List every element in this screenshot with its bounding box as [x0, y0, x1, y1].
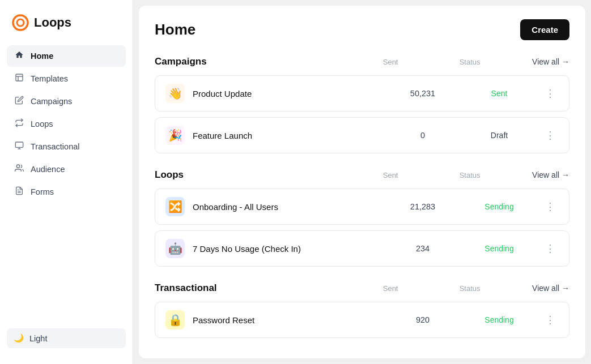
moon-icon: 🌙	[14, 333, 24, 343]
table-row: 👋 Product Update 50,231 Sent ⋮	[155, 75, 569, 112]
sidebar-item-label: Templates	[31, 74, 68, 83]
row-sent: 21,283	[400, 202, 445, 211]
row-sent: 50,231	[400, 89, 445, 98]
forms-icon	[14, 186, 25, 198]
loops-section: Loops Sent Status View all → 🔀 Onboardin…	[155, 169, 569, 267]
nav-list: Home Templates Campaigns Loops	[0, 43, 133, 322]
main-header: Home Create	[155, 19, 569, 40]
row-name: Product Update	[193, 89, 400, 99]
row-icon: 🔒	[165, 310, 185, 329]
transactional-view-all[interactable]: View all →	[532, 284, 569, 293]
table-row: 🔀 Onboarding - All Users 21,283 Sending …	[155, 189, 569, 225]
row-status: Sent	[479, 89, 519, 98]
sidebar-item-home[interactable]: Home	[7, 45, 126, 67]
sidebar-item-label: Loops	[31, 119, 53, 129]
row-icon: 🤖	[165, 239, 185, 258]
loops-title: Loops	[155, 169, 184, 181]
loops-logo-icon	[11, 14, 29, 32]
audience-icon	[14, 164, 25, 175]
sidebar-item-label: Transactional	[31, 142, 80, 151]
row-more-menu[interactable]: ⋮	[542, 86, 559, 101]
templates-icon	[14, 73, 25, 84]
logo-text: Loops	[34, 15, 71, 30]
transactional-icon	[14, 141, 25, 152]
sidebar-item-audience[interactable]: Audience	[7, 159, 126, 180]
loops-section-header: Loops Sent Status View all →	[155, 169, 569, 181]
sidebar-item-label: Audience	[31, 165, 65, 174]
campaigns-sent-col: Sent	[373, 58, 407, 66]
campaigns-icon	[14, 96, 25, 107]
svg-rect-5	[15, 142, 23, 147]
sidebar-item-templates[interactable]: Templates	[7, 68, 126, 89]
transactional-section-header: Transactional Sent Status View all →	[155, 282, 569, 294]
campaigns-title: Campaigns	[155, 56, 207, 67]
svg-point-8	[16, 165, 19, 168]
main-content: Home Create Campaigns Sent Status View a…	[139, 6, 585, 358]
campaigns-section-header: Campaigns Sent Status View all →	[155, 56, 569, 67]
sidebar-bottom: 🌙 Light	[0, 322, 133, 355]
row-name: Feature Launch	[193, 131, 400, 140]
row-sent: 920	[400, 315, 445, 324]
svg-point-1	[17, 19, 24, 26]
sidebar-item-loops[interactable]: Loops	[7, 113, 126, 135]
transactional-section: Transactional Sent Status View all → 🔒 P…	[155, 282, 569, 338]
sidebar-item-campaigns[interactable]: Campaigns	[7, 91, 126, 112]
loops-status-col: Status	[453, 171, 487, 179]
row-icon: 🔀	[165, 197, 185, 216]
sidebar: Loops Home Templates Campaigns	[0, 0, 133, 364]
row-icon: 👋	[165, 84, 185, 103]
row-icon: 🎉	[165, 126, 185, 145]
row-sent: 234	[400, 244, 445, 253]
table-row: 🔒 Password Reset 920 Sending ⋮	[155, 302, 569, 338]
light-label: Light	[29, 334, 47, 343]
row-status: Sending	[479, 315, 519, 324]
sidebar-item-label: Campaigns	[31, 97, 72, 106]
table-row: 🎉 Feature Launch 0 Draft ⋮	[155, 117, 569, 153]
create-button[interactable]: Create	[520, 19, 569, 40]
transactional-status-col: Status	[453, 284, 487, 293]
row-more-menu[interactable]: ⋮	[542, 128, 559, 143]
loops-nav-icon	[14, 118, 25, 130]
transactional-title: Transactional	[155, 282, 217, 294]
row-sent: 0	[400, 131, 445, 140]
campaigns-section: Campaigns Sent Status View all → 👋 Produ…	[155, 56, 569, 153]
loops-view-all[interactable]: View all →	[532, 170, 569, 179]
svg-rect-2	[16, 74, 23, 81]
campaigns-status-col: Status	[453, 58, 487, 66]
page-title: Home	[155, 21, 195, 38]
svg-point-0	[13, 15, 28, 30]
row-more-menu[interactable]: ⋮	[542, 241, 559, 256]
row-status: Draft	[479, 131, 519, 140]
table-row: 🤖 7 Days No Usage (Check In) 234 Sending…	[155, 230, 569, 267]
row-status: Sending	[479, 244, 519, 253]
row-more-menu[interactable]: ⋮	[542, 199, 559, 214]
sidebar-item-label: Home	[31, 52, 53, 61]
sidebar-item-label: Forms	[31, 187, 54, 196]
transactional-sent-col: Sent	[373, 284, 407, 293]
row-status: Sending	[479, 202, 519, 211]
logo-area: Loops	[0, 9, 133, 43]
sidebar-item-transactional[interactable]: Transactional	[7, 136, 126, 157]
row-name: 7 Days No Usage (Check In)	[193, 244, 400, 254]
campaigns-view-all[interactable]: View all →	[532, 57, 569, 66]
row-name: Password Reset	[193, 315, 400, 325]
light-mode-button[interactable]: 🌙 Light	[7, 328, 126, 348]
row-name: Onboarding - All Users	[193, 202, 400, 212]
home-icon	[14, 50, 25, 62]
sidebar-item-forms[interactable]: Forms	[7, 181, 126, 203]
loops-sent-col: Sent	[373, 171, 407, 179]
row-more-menu[interactable]: ⋮	[542, 312, 559, 327]
